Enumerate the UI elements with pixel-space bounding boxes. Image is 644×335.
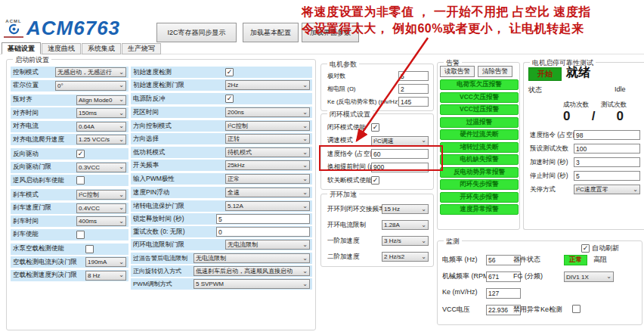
setting-row: 死区时间200ns⌄ [131,107,312,118]
dropdown[interactable]: 1.28A⌄ [382,220,429,230]
dropdown[interactable]: 2Hz⌄ [225,80,310,90]
setting-group: 堵转电流保护门限5.12A⌄锁定释放时间 (秒)5重试次数 (0: 无限)0闭环… [131,200,312,250]
app-title: ACM6763 [26,17,120,40]
annotation-text-line1: 将速度设置为非零值 ， 一开始不用把 占空比 速度指 [302,5,591,20]
monitor-value[interactable]: 127 [486,288,521,299]
control-slot: 5 [574,171,640,181]
control-slot: 8 Hz⌄ [85,271,126,281]
text-input[interactable]: 5 [216,214,310,224]
setting-row: 锁定释放时间 (秒)5 [131,213,312,225]
dropdown[interactable]: I²C控制⌄ [225,121,310,131]
setting-row: 加速时间 (秒)3 [528,157,642,168]
toolbar-button[interactable]: 加载基本配置 [243,23,299,42]
dropdown[interactable]: 2 Hz/s2⌄ [382,252,429,262]
panel-title: 监测 [444,237,462,247]
tab-1[interactable]: 基础设置 [2,42,41,54]
checkbox[interactable] [225,95,234,103]
app-window: { "header": { "logo_text": "ACML", "titl… [0,0,644,335]
setting-group: 刹车模式I²C控制⌄刹车速度门限0.4VCC⌄刹车时间400ms⌄刹车使能 [11,189,128,240]
setting-row: 二阶加速度2 Hz/s2⌄ [325,251,431,262]
dropdown[interactable]: 3 Hz/s⌄ [382,236,429,246]
dropdown-value: 1.28A [384,222,421,228]
start-button[interactable]: 开始 [528,67,562,81]
ke-disable-checkbox[interactable] [572,305,581,313]
checkbox[interactable] [76,176,85,185]
prestart-column-2: 初始速度检测初始速度检测门限2Hz⌄电源防反冲死区时间200ns⌄方向控制模式I… [131,67,312,292]
text-input[interactable]: 0 [216,227,310,237]
setting-row: 霍尔位置0°⌄ [11,80,128,92]
setting-label: 重试次数 (0: 无限) [133,228,216,237]
checkbox[interactable] [371,176,379,185]
setting-label: 刹车模式 [13,191,76,200]
dropdown[interactable]: 待机模式⌄ [225,147,310,157]
control-slot: 190mA⌄ [85,257,126,267]
setting-label: PWM调制方式 [133,280,194,288]
auto-refresh-toggle[interactable]: 自动刷新 [581,243,619,253]
dropdown[interactable]: 正常⌄ [225,174,310,184]
dropdown[interactable]: 15 Hz⌄ [382,204,429,214]
setting-row: 方向控制模式I²C控制⌄ [131,120,312,132]
dropdown[interactable]: 无感启动，无感运行⌄ [55,67,126,77]
text-input[interactable]: 98 [574,130,640,140]
text-input[interactable]: 5 [574,171,640,181]
dropdown[interactable]: 400ms⌄ [76,216,126,226]
dropdown[interactable]: 0.3VCC⌄ [76,163,126,172]
dropdown-value: 190mA [88,259,119,265]
checkbox[interactable] [76,231,85,239]
alarm-indicator: 开环失步报警 [440,192,519,203]
setting-label: 开环电流限制 [327,221,382,230]
checkbox[interactable] [76,150,85,158]
setting-row: 刹车模式I²C控制⌄ [11,189,128,200]
control-slot: 3 Hz/s⌄ [382,236,429,246]
setting-row: 低功耗模式待机模式⌄ [131,147,312,158]
tab-3[interactable]: 系统集成 [82,43,121,54]
chevron-down-icon: ⌄ [302,190,308,196]
alarm-indicator: 电机缺失报警 [440,154,519,165]
tab-bar: 基础设置速度曲线系统集成生产烧写 [2,42,162,54]
dropdown[interactable]: 8 Hz⌄ [85,271,126,281]
dropdown[interactable]: 25kHz⌄ [225,160,310,170]
open-loop-rows: 开环到闭环交接频率15 Hz⌄开环电流限制1.28A⌄一阶加速度3 Hz/s⌄二… [325,203,431,267]
control-slot: 全速⌄ [225,188,310,197]
dropdown[interactable]: 190mA⌄ [85,257,126,267]
dropdown[interactable]: 0.64A⌄ [76,122,126,132]
control-slot [85,245,126,253]
dropdown[interactable]: 1.25 VCC/s⌄ [76,135,126,144]
dropdown[interactable]: 5.12A⌄ [225,201,310,211]
dropdown[interactable]: 无电流限制⌄ [225,240,310,250]
dropdown[interactable]: 低速刹车后启动，高速顺风直接启动⌄ [194,266,310,276]
dropdown[interactable]: I²C控制⌄ [76,190,126,200]
checkbox[interactable] [581,244,590,253]
checkbox[interactable] [85,245,94,253]
dropdown[interactable]: 0.4VCC⌄ [76,203,126,213]
setting-label: 加速时间 (秒) [530,158,574,167]
dropdown[interactable]: 0°⌄ [55,81,126,91]
control-slot: 1.28A⌄ [382,220,429,230]
setting-row: 水泵空载检测使能 [11,243,128,255]
dropdown[interactable]: 200ns⌄ [225,107,310,117]
control-slot: 15 Hz⌄ [382,204,429,214]
text-input[interactable]: 100 [574,144,640,154]
clear-alarm-button[interactable]: 清除告警 [478,66,512,77]
dropdown[interactable]: 正转⌄ [225,134,310,144]
toolbar-button[interactable]: I2C寄存器同步显示 [156,23,237,42]
setting-label: 方向控制模式 [133,122,225,131]
dropdown[interactable]: Align Mode0⌄ [76,95,126,105]
setting-label: 控制模式 [13,68,55,77]
setting-row: 预设测试次数100 [528,143,642,154]
setting-row: 对齐电流0.64A⌄ [11,121,128,132]
dropdown[interactable]: I²C速度置零⌄ [574,185,640,194]
dropdown-value: 25kHz [228,162,302,169]
dropdown[interactable]: 无电流限制⌄ [194,253,310,263]
dropdown[interactable]: 5 SVPWM⌄ [194,279,310,289]
text-input[interactable]: 3 [574,157,640,167]
dropdown-value: I²C控制 [79,191,119,199]
dropdown[interactable]: 150ms⌄ [76,108,126,118]
fg-divider-select[interactable]: DIV1 1X ⌄ [564,271,614,282]
checkbox[interactable] [225,68,234,76]
tab-4[interactable]: 生产烧写 [122,43,161,54]
dropdown[interactable]: 全速⌄ [225,188,310,197]
setting-row: 控制模式无感启动，无感运行⌄ [11,67,128,78]
control-slot [76,231,126,239]
tab-2[interactable]: 速度曲线 [42,43,81,54]
